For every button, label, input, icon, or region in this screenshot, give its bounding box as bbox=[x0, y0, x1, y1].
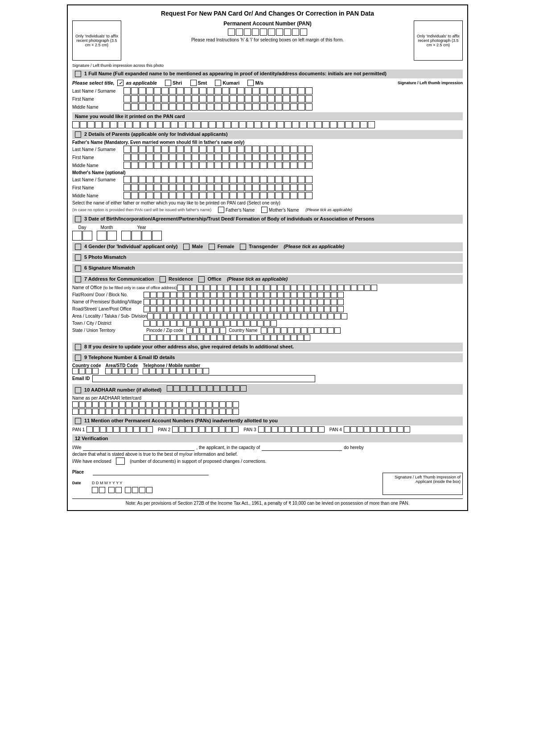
residence-checkbox[interactable] bbox=[160, 276, 166, 282]
addr-area-row: Area / Locality / Taluka / Sub- Division bbox=[72, 313, 463, 319]
dob-year-4[interactable] bbox=[152, 231, 162, 241]
section4-header: 4 Gender (for 'Individual' applicant onl… bbox=[72, 242, 463, 251]
pan-box-10[interactable] bbox=[300, 29, 307, 36]
pan-print-header: Name you would like it printed on the PA… bbox=[72, 112, 463, 120]
ms-checkbox[interactable] bbox=[247, 80, 254, 86]
title-smt-option[interactable]: Smt bbox=[190, 80, 207, 86]
section4-checkbox[interactable] bbox=[75, 244, 81, 250]
dob-year-2[interactable] bbox=[132, 231, 141, 241]
aadhaar-name-boxes2 bbox=[72, 409, 463, 415]
phone-section: Country code Area/STD Code Telephone / M… bbox=[72, 363, 463, 374]
place-row: Place bbox=[72, 468, 209, 475]
gender-male-checkbox[interactable] bbox=[183, 244, 189, 250]
middle-name-row: Middle Name bbox=[72, 103, 463, 110]
pan-box-1[interactable] bbox=[228, 29, 235, 36]
section8-header: 8 If you desire to update your other add… bbox=[72, 343, 463, 351]
dob-day-group: Day bbox=[72, 225, 92, 241]
mother-last-row: Last Name / Surname bbox=[72, 176, 463, 183]
email-input[interactable] bbox=[92, 375, 315, 382]
father-name-header: Father's Name (Mandatory. Even married w… bbox=[72, 140, 463, 145]
section6-checkbox[interactable] bbox=[75, 266, 81, 272]
mobile-group: Telephone / Mobile number bbox=[143, 363, 209, 374]
title-ms-option[interactable]: M/s bbox=[247, 80, 263, 86]
addr-town-row: Town / City / District bbox=[72, 320, 463, 327]
pan-boxes bbox=[126, 29, 409, 36]
title-shri-option[interactable]: Shri bbox=[165, 80, 182, 86]
sig-bottom-box: Signature / Left Thumb Impression of App… bbox=[383, 473, 463, 495]
photo-box-right: Only 'Individuals' to affix recent photo… bbox=[414, 20, 463, 61]
section1-checkbox[interactable] bbox=[75, 71, 81, 77]
pan-box-5[interactable] bbox=[260, 29, 267, 36]
addr-premises-row: Name of Premises/ Building/Village bbox=[72, 299, 463, 305]
pan-box-9[interactable] bbox=[292, 29, 299, 36]
dob-section: Day Month Year bbox=[72, 225, 463, 241]
pan-box-7[interactable] bbox=[276, 29, 283, 36]
place-date: Place Date D D M M Y Y Y Y bbox=[72, 468, 209, 493]
last-name-row: Last Name / Surname bbox=[72, 87, 463, 94]
addr-state-row: State / Union Territory Pincode / Zip co… bbox=[72, 327, 463, 334]
office-checkbox[interactable] bbox=[198, 276, 205, 282]
pan-box-8[interactable] bbox=[284, 29, 291, 36]
pan-print-row1 bbox=[72, 121, 463, 128]
section11-header: 11 Mention other Permanent Account Numbe… bbox=[72, 417, 463, 425]
top-section: Only 'Individuals' to affix recent photo… bbox=[72, 20, 463, 61]
father-middle-row: Middle Name bbox=[72, 162, 463, 169]
title-select-row: Please select title, ✓ as applicable Shr… bbox=[72, 80, 463, 86]
section10-checkbox[interactable] bbox=[75, 387, 81, 393]
first-name-row: First Name bbox=[72, 95, 463, 102]
dob-month-2[interactable] bbox=[107, 231, 117, 241]
dob-year-1[interactable] bbox=[121, 231, 131, 241]
father-name-checkbox[interactable] bbox=[218, 207, 224, 213]
section2-checkbox[interactable] bbox=[75, 131, 81, 138]
applicant-name-input[interactable] bbox=[83, 444, 194, 451]
date-boxes-row bbox=[92, 487, 209, 493]
father-first-row: First Name bbox=[72, 154, 463, 161]
select-parent-text: Select the name of either father or moth… bbox=[72, 200, 463, 205]
pan-box-6[interactable] bbox=[268, 29, 275, 36]
dob-month-1[interactable] bbox=[97, 231, 107, 241]
section2-header: 2 Details of Parents (applicable only fo… bbox=[72, 130, 463, 139]
title-kumari-option[interactable]: Kumari bbox=[215, 80, 239, 86]
section8-checkbox[interactable] bbox=[75, 344, 81, 350]
section5-checkbox[interactable] bbox=[75, 254, 81, 261]
section9-checkbox[interactable] bbox=[75, 355, 81, 361]
country-code-group: Country code bbox=[72, 363, 101, 374]
verification-section: I/We , the applicant, in the capacity of… bbox=[72, 444, 463, 465]
doc-count-input[interactable] bbox=[116, 458, 125, 465]
verification-row1: I/We , the applicant, in the capacity of… bbox=[72, 444, 463, 451]
pan-box-2[interactable] bbox=[236, 29, 243, 36]
shri-checkbox[interactable] bbox=[165, 80, 171, 86]
dob-day-1[interactable] bbox=[72, 231, 82, 241]
gender-female-checkbox[interactable] bbox=[209, 244, 215, 250]
mother-middle-row: Middle Name bbox=[72, 192, 463, 199]
section9-header: 9 Telephone Number & Email ID details bbox=[72, 353, 463, 362]
pan-center: Permanent Account Number (PAN) Please re… bbox=[121, 20, 414, 42]
smt-checkbox[interactable] bbox=[190, 80, 197, 86]
section3-checkbox[interactable] bbox=[75, 216, 81, 222]
gender-transgender-checkbox[interactable] bbox=[240, 244, 246, 250]
place-input[interactable] bbox=[93, 468, 209, 475]
section1-header: 1 Full Name (Full expanded name to be me… bbox=[72, 69, 463, 78]
section11-checkbox[interactable] bbox=[75, 418, 81, 424]
pan-box-4[interactable] bbox=[252, 29, 259, 36]
dob-year-3[interactable] bbox=[142, 231, 152, 241]
addr-road-row: Road/Street/ Lane/Post Office bbox=[72, 306, 463, 312]
kumari-checkbox[interactable] bbox=[215, 80, 221, 86]
mother-name-checkbox[interactable] bbox=[261, 207, 268, 213]
addr-office-row: Name of Office (to be filled only in cas… bbox=[72, 285, 463, 291]
addr-flat-row: Flat/Room/ Door / Block No. bbox=[72, 292, 463, 298]
mother-name-header: Mother's Name (optional) bbox=[72, 170, 463, 175]
section10-header: 10 AADHAAR number (if allotted) bbox=[72, 384, 463, 395]
pan-instruction: Please read Instructions 'h' & 'i' for s… bbox=[126, 37, 409, 42]
father-name-option[interactable]: Father's Name bbox=[218, 207, 255, 213]
section7-checkbox[interactable] bbox=[75, 276, 81, 282]
title-check-box[interactable]: ✓ bbox=[117, 80, 123, 86]
capacity-input[interactable] bbox=[262, 444, 342, 451]
email-row: Email ID bbox=[72, 375, 463, 382]
section5-header: 5 Photo Mismatch bbox=[72, 253, 463, 262]
mother-name-option[interactable]: Mother's Name bbox=[261, 207, 299, 213]
pan-box-3[interactable] bbox=[244, 29, 251, 36]
photo-box-left: Only 'Individuals' to affix recent photo… bbox=[72, 20, 121, 61]
form-container: Request For New PAN Card Or/ And Changes… bbox=[67, 4, 468, 511]
dob-day-2[interactable] bbox=[82, 231, 92, 241]
